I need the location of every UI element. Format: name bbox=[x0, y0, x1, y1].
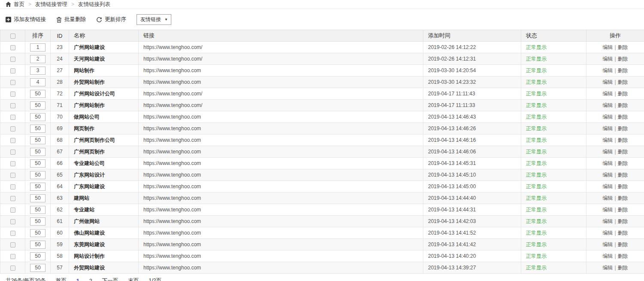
status-badge[interactable]: 正常显示 bbox=[526, 230, 547, 236]
sort-input[interactable] bbox=[30, 78, 46, 86]
delete-link[interactable]: 删除 bbox=[618, 253, 628, 259]
delete-link[interactable]: 删除 bbox=[618, 218, 628, 224]
status-badge[interactable]: 正常显示 bbox=[526, 102, 547, 108]
delete-link[interactable]: 删除 bbox=[618, 172, 628, 178]
row-checkbox[interactable] bbox=[10, 219, 15, 224]
status-badge[interactable]: 正常显示 bbox=[526, 183, 547, 189]
sort-input[interactable] bbox=[30, 206, 46, 214]
status-badge[interactable]: 正常显示 bbox=[526, 172, 547, 178]
sort-input[interactable] bbox=[30, 171, 46, 179]
status-badge[interactable]: 正常显示 bbox=[526, 149, 547, 155]
status-badge[interactable]: 正常显示 bbox=[526, 44, 547, 50]
status-badge[interactable]: 正常显示 bbox=[526, 67, 547, 73]
row-checkbox[interactable] bbox=[10, 150, 15, 155]
delete-link[interactable]: 删除 bbox=[618, 56, 628, 62]
edit-link[interactable]: 编辑 bbox=[602, 241, 613, 247]
delete-link[interactable]: 删除 bbox=[618, 67, 628, 73]
row-checkbox[interactable] bbox=[10, 173, 15, 178]
sort-input[interactable] bbox=[30, 159, 46, 168]
update-sort-button[interactable]: 更新排序 bbox=[96, 16, 126, 23]
delete-link[interactable]: 删除 bbox=[618, 125, 628, 131]
link-type-select[interactable]: 友情链接 ▼ bbox=[137, 14, 171, 25]
status-badge[interactable]: 正常显示 bbox=[526, 56, 547, 62]
pagination-page-1[interactable]: 1 bbox=[76, 278, 79, 281]
delete-link[interactable]: 删除 bbox=[618, 160, 628, 166]
delete-link[interactable]: 删除 bbox=[618, 91, 628, 97]
row-checkbox[interactable] bbox=[10, 126, 15, 131]
status-badge[interactable]: 正常显示 bbox=[526, 195, 547, 201]
status-badge[interactable]: 正常显示 bbox=[526, 218, 547, 224]
row-checkbox[interactable] bbox=[10, 115, 15, 120]
row-checkbox[interactable] bbox=[10, 208, 15, 213]
edit-link[interactable]: 编辑 bbox=[602, 265, 613, 271]
row-checkbox[interactable] bbox=[10, 45, 15, 50]
row-checkbox[interactable] bbox=[10, 57, 15, 62]
edit-link[interactable]: 编辑 bbox=[602, 44, 613, 50]
edit-link[interactable]: 编辑 bbox=[602, 195, 613, 201]
sort-input[interactable] bbox=[30, 148, 46, 156]
sort-input[interactable] bbox=[30, 90, 46, 98]
edit-link[interactable]: 编辑 bbox=[602, 56, 613, 62]
edit-link[interactable]: 编辑 bbox=[602, 67, 613, 73]
edit-link[interactable]: 编辑 bbox=[602, 149, 613, 155]
edit-link[interactable]: 编辑 bbox=[602, 114, 613, 120]
row-checkbox[interactable] bbox=[10, 92, 15, 97]
add-link-button[interactable]: 添加友情链接 bbox=[6, 16, 46, 23]
delete-link[interactable]: 删除 bbox=[618, 241, 628, 247]
edit-link[interactable]: 编辑 bbox=[602, 102, 613, 108]
delete-link[interactable]: 删除 bbox=[618, 114, 628, 120]
delete-link[interactable]: 删除 bbox=[618, 183, 628, 189]
delete-link[interactable]: 删除 bbox=[618, 230, 628, 236]
breadcrumb-link-manage[interactable]: 友情链接管理 bbox=[35, 1, 67, 8]
row-checkbox[interactable] bbox=[10, 138, 15, 143]
edit-link[interactable]: 编辑 bbox=[602, 125, 613, 131]
pagination-page-2[interactable]: 2 bbox=[89, 278, 92, 281]
sort-input[interactable] bbox=[30, 217, 46, 226]
edit-link[interactable]: 编辑 bbox=[602, 79, 613, 85]
status-badge[interactable]: 正常显示 bbox=[526, 253, 547, 259]
delete-link[interactable]: 删除 bbox=[618, 102, 628, 108]
breadcrumb-home[interactable]: 首页 bbox=[14, 1, 24, 8]
edit-link[interactable]: 编辑 bbox=[602, 91, 613, 97]
sort-input[interactable] bbox=[30, 183, 46, 191]
delete-link[interactable]: 删除 bbox=[618, 79, 628, 85]
status-badge[interactable]: 正常显示 bbox=[526, 207, 547, 213]
row-checkbox[interactable] bbox=[10, 80, 15, 85]
status-badge[interactable]: 正常显示 bbox=[526, 265, 547, 271]
batch-delete-button[interactable]: 批量删除 bbox=[56, 16, 86, 23]
sort-input[interactable] bbox=[30, 229, 46, 237]
pagination-next[interactable]: 下一页 bbox=[102, 277, 118, 281]
sort-input[interactable] bbox=[30, 252, 46, 260]
pagination-first[interactable]: 首页 bbox=[56, 277, 67, 281]
edit-link[interactable]: 编辑 bbox=[602, 230, 613, 236]
row-checkbox[interactable] bbox=[10, 161, 15, 166]
sort-input[interactable] bbox=[30, 125, 46, 133]
delete-link[interactable]: 删除 bbox=[618, 207, 628, 213]
status-badge[interactable]: 正常显示 bbox=[526, 114, 547, 120]
sort-input[interactable] bbox=[30, 194, 46, 202]
row-checkbox[interactable] bbox=[10, 242, 15, 247]
row-checkbox[interactable] bbox=[10, 184, 15, 189]
delete-link[interactable]: 删除 bbox=[618, 195, 628, 201]
status-badge[interactable]: 正常显示 bbox=[526, 241, 547, 247]
row-checkbox[interactable] bbox=[10, 68, 15, 73]
select-all-checkbox[interactable] bbox=[10, 34, 15, 39]
status-badge[interactable]: 正常显示 bbox=[526, 91, 547, 97]
sort-input[interactable] bbox=[30, 55, 46, 63]
sort-input[interactable] bbox=[30, 136, 46, 144]
delete-link[interactable]: 删除 bbox=[618, 137, 628, 143]
edit-link[interactable]: 编辑 bbox=[602, 218, 613, 224]
pagination-last[interactable]: 末页 bbox=[128, 277, 139, 281]
row-checkbox[interactable] bbox=[10, 103, 15, 108]
row-checkbox[interactable] bbox=[10, 254, 15, 259]
row-checkbox[interactable] bbox=[10, 266, 15, 271]
delete-link[interactable]: 删除 bbox=[618, 265, 628, 271]
sort-input[interactable] bbox=[30, 264, 46, 272]
status-badge[interactable]: 正常显示 bbox=[526, 160, 547, 166]
sort-input[interactable] bbox=[30, 241, 46, 249]
status-badge[interactable]: 正常显示 bbox=[526, 137, 547, 143]
row-checkbox[interactable] bbox=[10, 196, 15, 201]
sort-input[interactable] bbox=[30, 101, 46, 110]
edit-link[interactable]: 编辑 bbox=[602, 183, 613, 189]
sort-input[interactable] bbox=[30, 67, 46, 75]
